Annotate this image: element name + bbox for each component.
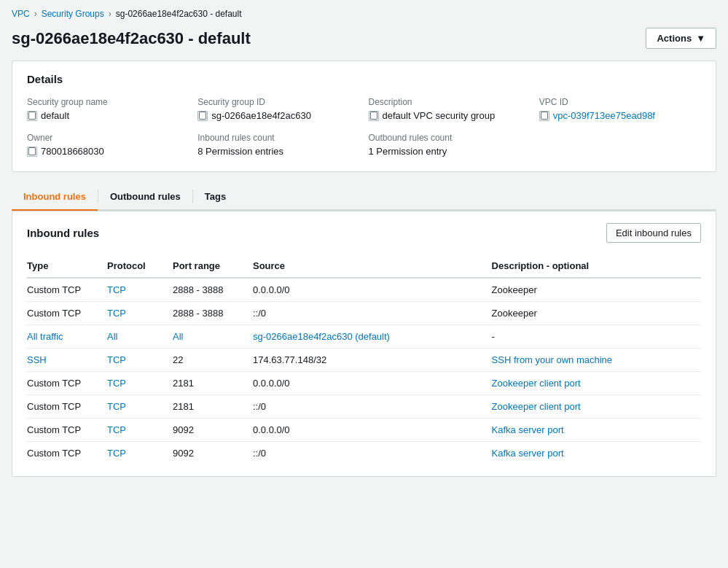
cell-type: Custom TCP — [27, 302, 107, 325]
protocol-link[interactable]: TCP — [107, 354, 126, 365]
cell-type: Custom TCP — [27, 419, 107, 442]
cell-description: Kafka server port — [492, 442, 701, 465]
table-header-row: Type Protocol Port range Source Descript… — [27, 254, 701, 278]
cell-description: SSH from your own machine — [492, 349, 701, 372]
protocol-link[interactable]: TCP — [107, 284, 126, 295]
cell-description: Zookeeper — [492, 278, 701, 302]
cell-description: Zookeeper — [492, 302, 701, 325]
breadcrumb: VPC › Security Groups › sg-0266ae18e4f2a… — [12, 9, 716, 19]
desc-link[interactable]: SSH from your own machine — [492, 354, 612, 365]
cell-protocol: TCP — [107, 302, 173, 325]
inbound-rules-title: Inbound rules — [27, 227, 99, 239]
cell-protocol: All — [107, 325, 173, 349]
table-row: SSH TCP 22 174.63.77.148/32 SSH from you… — [27, 349, 701, 372]
inbound-rules-table: Type Protocol Port range Source Descript… — [27, 254, 701, 464]
cell-type: Custom TCP — [27, 395, 107, 419]
cell-protocol: TCP — [107, 442, 173, 465]
protocol-link[interactable]: TCP — [107, 448, 126, 459]
inbound-count-label[interactable]: Inbound rules count — [197, 133, 359, 143]
type-link[interactable]: SSH — [27, 354, 47, 365]
cell-port-range: 9092 — [173, 442, 253, 465]
description-label: Description — [369, 97, 531, 107]
copy-desc-icon[interactable] — [369, 111, 379, 121]
copy-vpc-icon[interactable] — [539, 111, 549, 121]
breadcrumb-security-groups[interactable]: Security Groups — [42, 9, 104, 19]
desc-link[interactable]: Zookeeper client port — [492, 401, 581, 412]
details-title: Details — [27, 73, 701, 85]
detail-sg-id: Security group ID sg-0266ae18e4f2ac630 — [197, 97, 359, 121]
vpc-id-label: VPC ID — [539, 97, 701, 107]
cell-description: - — [492, 325, 701, 349]
outbound-count-label[interactable]: Outbound rules count — [369, 133, 531, 143]
protocol-link[interactable]: TCP — [107, 378, 126, 389]
cell-protocol: TCP — [107, 419, 173, 442]
copy-owner-icon[interactable] — [27, 147, 37, 157]
type-link[interactable]: All traffic — [27, 331, 63, 342]
detail-empty — [539, 133, 701, 157]
table-row: All traffic All All sg-0266ae18e4f2ac630… — [27, 325, 701, 349]
breadcrumb-vpc[interactable]: VPC — [12, 9, 30, 19]
detail-inbound-count: Inbound rules count 8 Permission entries — [197, 133, 359, 157]
details-row-2: Owner 780018668030 Inbound rules count 8… — [27, 133, 701, 157]
protocol-link[interactable]: All — [107, 331, 117, 342]
breadcrumb-sep-2: › — [109, 9, 111, 19]
actions-button[interactable]: Actions ▼ — [646, 28, 716, 49]
copy-sg-id-icon[interactable] — [197, 111, 208, 121]
cell-port-range: 2181 — [173, 372, 253, 395]
detail-outbound-count: Outbound rules count 1 Permission entry — [369, 133, 531, 157]
tab-tags[interactable]: Tags — [193, 184, 238, 211]
table-row: Custom TCP TCP 2888 - 3888 0.0.0.0/0 Zoo… — [27, 278, 701, 302]
cell-type: Custom TCP — [27, 442, 107, 465]
desc-link[interactable]: Kafka server port — [492, 424, 564, 435]
cell-description: Kafka server port — [492, 419, 701, 442]
source-link[interactable]: sg-0266ae18e4f2ac630 (default) — [253, 331, 390, 342]
cell-description: Zookeeper client port — [492, 395, 701, 419]
port-link[interactable]: All — [173, 331, 183, 342]
vpc-id-link[interactable]: vpc-039f713ee75ead98f — [553, 110, 655, 121]
cell-source: 174.63.77.148/32 — [253, 349, 492, 372]
tab-inbound-rules[interactable]: Inbound rules — [12, 184, 98, 211]
desc-link[interactable]: Kafka server port — [492, 448, 564, 459]
cell-source: 0.0.0.0/0 — [253, 372, 492, 395]
cell-port-range: 9092 — [173, 419, 253, 442]
col-header-port-range: Port range — [173, 254, 253, 278]
cell-source: ::/0 — [253, 395, 492, 419]
cell-protocol: TCP — [107, 372, 173, 395]
protocol-link[interactable]: TCP — [107, 308, 126, 319]
table-row: Custom TCP TCP 2181 ::/0 Zookeeper clien… — [27, 395, 701, 419]
owner-value: 780018668030 — [27, 146, 189, 157]
detail-owner: Owner 780018668030 — [27, 133, 189, 157]
edit-inbound-rules-button[interactable]: Edit inbound rules — [606, 223, 701, 243]
inbound-rules-header: Inbound rules Edit inbound rules — [27, 223, 701, 243]
sg-name-value: default — [27, 110, 189, 121]
page-title: sg-0266ae18e4f2ac630 - default — [12, 29, 251, 48]
details-grid: Security group name default Security gro… — [27, 97, 701, 121]
protocol-link[interactable]: TCP — [107, 401, 126, 412]
sg-id-value: sg-0266ae18e4f2ac630 — [197, 110, 359, 121]
cell-source: 0.0.0.0/0 — [253, 278, 492, 302]
breadcrumb-sep-1: › — [34, 9, 37, 19]
copy-sg-name-icon[interactable] — [27, 111, 37, 121]
cell-port-range: 2888 - 3888 — [173, 278, 253, 302]
protocol-link[interactable]: TCP — [107, 424, 126, 435]
details-card: Details Security group name default Secu… — [12, 61, 716, 172]
detail-vpc-id: VPC ID vpc-039f713ee75ead98f — [539, 97, 701, 121]
description-value: default VPC security group — [369, 110, 531, 121]
cell-source: 0.0.0.0/0 — [253, 419, 492, 442]
desc-link[interactable]: Zookeeper client port — [492, 378, 581, 389]
tab-outbound-rules[interactable]: Outbound rules — [98, 184, 192, 211]
col-header-source: Source — [253, 254, 492, 278]
tabs-bar: Inbound rules Outbound rules Tags — [12, 184, 716, 211]
cell-protocol: TCP — [107, 278, 173, 302]
inbound-count-value: 8 Permission entries — [197, 146, 359, 157]
table-row: Custom TCP TCP 9092 0.0.0.0/0 Kafka serv… — [27, 419, 701, 442]
cell-port-range: All — [173, 325, 253, 349]
table-row: Custom TCP TCP 2181 0.0.0.0/0 Zookeeper … — [27, 372, 701, 395]
sg-name-label: Security group name — [27, 97, 189, 107]
cell-source: ::/0 — [253, 302, 492, 325]
cell-port-range: 2888 - 3888 — [173, 302, 253, 325]
sg-id-label: Security group ID — [197, 97, 359, 107]
inbound-rules-card: Inbound rules Edit inbound rules Type Pr… — [12, 211, 716, 477]
col-header-type: Type — [27, 254, 107, 278]
vpc-id-value: vpc-039f713ee75ead98f — [539, 110, 701, 121]
